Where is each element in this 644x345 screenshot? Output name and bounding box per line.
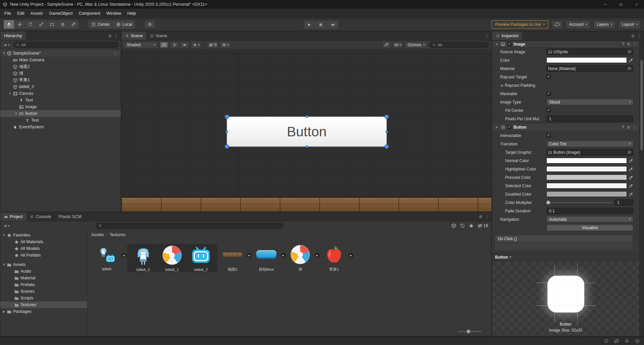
color-field[interactable] [546, 191, 633, 197]
color-swatch[interactable] [546, 57, 627, 63]
scene-audio-button[interactable] [180, 42, 189, 48]
hierarchy-search[interactable]: All [13, 42, 119, 48]
close-button[interactable] [629, 0, 644, 9]
kebab-menu-icon[interactable]: ⋮ [485, 33, 489, 38]
rect-handle[interactable] [384, 115, 389, 119]
scene-viewport[interactable]: Button [121, 50, 491, 212]
step-button[interactable] [327, 20, 338, 29]
breadcrumb-assets[interactable]: Assets [91, 232, 104, 237]
scrollbar-thumb[interactable] [640, 60, 643, 150]
hierarchy-item[interactable]: ▼Canvas [0, 90, 121, 97]
color-field[interactable] [546, 175, 633, 180]
presets-icon[interactable] [627, 125, 631, 129]
scene-effects-dropdown[interactable]: ▾ [191, 42, 201, 48]
layout-dropdown[interactable]: Layout ▾ [619, 20, 641, 29]
expand-sprites-button[interactable]: ▶ [315, 253, 320, 258]
menu-item-component[interactable]: Component [75, 9, 103, 18]
maximize-button[interactable] [613, 0, 629, 9]
kebab-menu-icon[interactable]: ⋮ [113, 51, 119, 56]
preview-selector[interactable]: Button [495, 255, 508, 260]
project-search[interactable] [96, 223, 283, 229]
zoom-slider-knob[interactable] [467, 330, 470, 333]
hidden-packages-count[interactable]: 19 [477, 223, 488, 228]
asset-item[interactable]: bilibili_1 [158, 245, 186, 272]
favorites-item[interactable]: All Materials [0, 238, 87, 245]
tab-hierarchy[interactable]: Hierarchy [0, 31, 26, 40]
checkbox[interactable] [546, 91, 551, 96]
rect-handle[interactable] [384, 144, 389, 149]
transform-tool-button[interactable] [57, 20, 68, 29]
foldout-open-icon[interactable]: ▼ [14, 112, 18, 115]
rect-handle[interactable] [225, 144, 229, 149]
folder-item[interactable]: Scenes [0, 288, 87, 295]
menu-item-edit[interactable]: Edit [14, 9, 28, 18]
favorites-filter-icon[interactable] [469, 223, 474, 228]
space-local-button[interactable]: Local [113, 20, 135, 29]
packages-root[interactable]: ▶Packages [0, 308, 87, 315]
kebab-menu-icon[interactable]: ⋮ [637, 33, 641, 38]
hierarchy-item[interactable]: ▼Button [0, 110, 121, 117]
scale-tool-button[interactable] [36, 20, 47, 29]
collapse-sprites-button[interactable]: ◀ [121, 253, 126, 258]
scene-lighting-button[interactable] [170, 42, 179, 48]
notification-bell-icon[interactable] [624, 338, 630, 344]
rect-handle[interactable] [225, 115, 229, 119]
color-swatch[interactable] [546, 158, 627, 163]
rect-handle[interactable] [385, 130, 388, 133]
text-field[interactable]: 0.1 [546, 208, 633, 214]
asset-item[interactable]: bilibili_0 [129, 245, 158, 272]
visualize-button[interactable]: Visualize [546, 224, 633, 231]
eyedropper-icon[interactable] [629, 184, 633, 188]
hierarchy-item[interactable]: Main Camera [0, 57, 121, 63]
presets-icon[interactable] [627, 42, 631, 46]
progress-check-icon[interactable] [635, 338, 640, 344]
hierarchy-item[interactable]: 苹果1 [0, 77, 121, 83]
rotate-tool-button[interactable] [25, 20, 36, 29]
foldout-open-icon[interactable]: ▼ [2, 52, 6, 55]
object-field[interactable]: None (Material) [546, 65, 633, 72]
tab-plastic-scm[interactable]: Plastic SCM [55, 212, 85, 221]
object-picker-icon[interactable] [627, 150, 632, 155]
menu-item-assets[interactable]: Assets [28, 9, 46, 18]
favorites-header[interactable]: ▼Favorites [0, 232, 87, 238]
slider[interactable] [546, 202, 611, 203]
tab-console[interactable]: Console [26, 212, 55, 221]
layers-dropdown[interactable]: Layers ▾ [593, 20, 615, 29]
object-picker-icon[interactable] [627, 66, 632, 71]
expand-sprites-button[interactable]: ▶ [281, 253, 286, 258]
tab-scene[interactable]: # Scene [121, 31, 146, 40]
color-swatch[interactable] [546, 183, 627, 189]
rect-handle[interactable] [225, 130, 228, 133]
eyedropper-icon[interactable] [629, 175, 633, 180]
object-field[interactable]: UISprite [546, 49, 633, 55]
hidden-objects-button[interactable]: 0 [207, 42, 218, 48]
inspector-scrollbar[interactable] [639, 41, 644, 336]
kebab-menu-icon[interactable]: ⋮ [633, 42, 637, 47]
scene-button-element[interactable]: Button [227, 117, 387, 147]
folder-item[interactable]: Audio [0, 268, 87, 275]
text-field[interactable]: 1 [546, 116, 633, 122]
eyedropper-icon[interactable] [629, 167, 633, 171]
color-field[interactable] [546, 183, 633, 189]
hand-tool-button[interactable] [4, 20, 14, 29]
checkbox[interactable] [546, 133, 551, 138]
eyedropper-icon[interactable] [629, 158, 633, 163]
color-swatch[interactable] [546, 191, 627, 197]
assets-root[interactable]: ▼Assets [0, 261, 87, 268]
foldout-closed-icon[interactable]: ▶ [2, 310, 6, 313]
hierarchy-item[interactable]: 地面2 [0, 63, 121, 70]
component-enabled-checkbox[interactable] [507, 125, 512, 129]
asset-item[interactable]: 按钮blue [252, 244, 281, 272]
grid-visibility-dropdown[interactable]: ▾ [220, 42, 230, 48]
hierarchy-item[interactable]: Image [0, 104, 121, 110]
color-swatch[interactable] [546, 166, 627, 172]
folder-item[interactable]: Textures [0, 301, 87, 308]
play-button[interactable] [303, 20, 315, 29]
asset-item[interactable]: 苹果1 [320, 244, 348, 272]
rect-tool-button[interactable] [47, 20, 57, 29]
hierarchy-item[interactable]: 球 [0, 70, 121, 77]
asset-item[interactable]: bilibili_2 [186, 245, 215, 272]
foldout-open-icon[interactable]: ▼ [2, 233, 6, 237]
component-header-button[interactable]: ▼Button?⋮ [492, 123, 639, 131]
rect-handle[interactable] [306, 145, 308, 148]
